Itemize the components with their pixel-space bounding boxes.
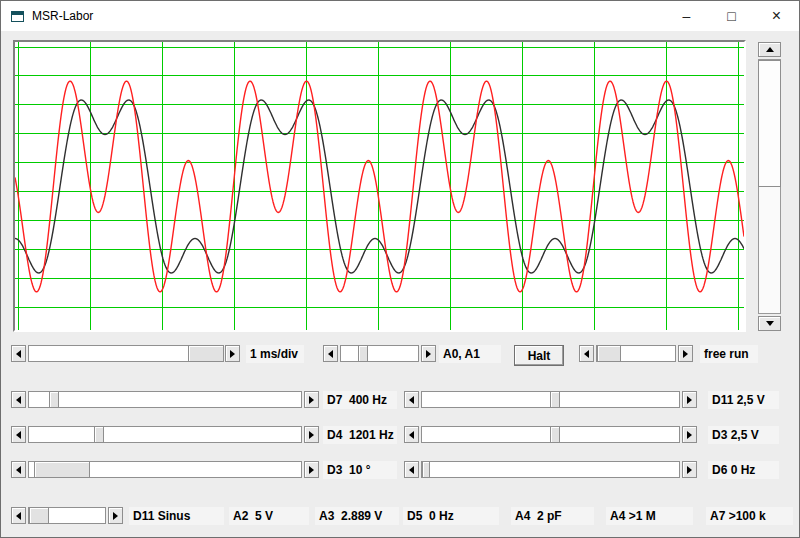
scroll-left-button[interactable] (11, 345, 26, 362)
scrollbar-thumb[interactable] (550, 426, 560, 443)
up-arrow-icon (766, 47, 774, 52)
scrollbar-thumb[interactable] (29, 507, 49, 524)
d6-frequency-scrollbar[interactable] (404, 461, 697, 478)
a4-capacitance-label: A4 2 pF (511, 507, 594, 525)
trigger-mode-label: free run (700, 345, 758, 363)
scroll-left-button[interactable] (579, 345, 594, 362)
window-title: MSR-Labor (32, 9, 93, 23)
oscilloscope-display (13, 40, 746, 332)
scrollbar-track[interactable] (28, 426, 302, 443)
left-arrow-icon (16, 466, 21, 474)
a4-resistance-label: A4 >1 M (606, 507, 693, 525)
scroll-right-button[interactable] (108, 507, 123, 524)
scroll-right-button[interactable] (682, 461, 697, 478)
scroll-left-button[interactable] (11, 426, 26, 443)
scrollbar-thumb[interactable] (358, 345, 368, 362)
scrollbar-track[interactable] (28, 345, 223, 362)
scroll-left-button[interactable] (404, 391, 419, 408)
scroll-right-button[interactable] (304, 391, 319, 408)
d3-voltage-label: D3 2,5 V (708, 426, 779, 444)
d3-phase-label: D3 10 ° (323, 461, 397, 479)
titlebar: MSR-Labor – □ × (1, 1, 799, 31)
scroll-left-button[interactable] (404, 426, 419, 443)
scroll-right-button[interactable] (682, 426, 697, 443)
scroll-right-button[interactable] (304, 461, 319, 478)
d7-frequency-scrollbar[interactable] (11, 391, 319, 408)
scope-svg (15, 42, 744, 330)
scrollbar-thumb[interactable] (422, 461, 430, 478)
scrollbar-thumb[interactable] (94, 426, 104, 443)
close-button[interactable]: × (754, 1, 799, 31)
right-arrow-icon (426, 350, 431, 358)
maximize-button[interactable]: □ (709, 1, 754, 31)
scroll-left-button[interactable] (11, 461, 26, 478)
d4-frequency-label: D4 1201 Hz (323, 426, 397, 444)
a2-voltage-label: A2 5 V (229, 507, 309, 525)
scrollbar-thumb[interactable] (550, 391, 560, 408)
app-icon (11, 11, 24, 22)
left-arrow-icon (16, 396, 21, 404)
d3-phase-scrollbar[interactable] (11, 461, 319, 478)
left-arrow-icon (409, 431, 414, 439)
halt-button[interactable]: Halt (514, 345, 564, 366)
right-arrow-icon (687, 396, 692, 404)
scroll-right-button[interactable] (304, 426, 319, 443)
scrollbar-thumb[interactable] (188, 345, 224, 362)
right-arrow-icon (309, 466, 314, 474)
channel-scrollbar[interactable] (323, 345, 436, 362)
trigger-scrollbar[interactable] (579, 345, 693, 362)
scrollbar-track[interactable] (340, 345, 419, 362)
scrollbar-track[interactable] (28, 461, 302, 478)
vscrollbar-thumb[interactable] (758, 60, 781, 187)
scroll-right-button[interactable] (678, 345, 693, 362)
d11-voltage-label: D11 2,5 V (708, 391, 779, 409)
right-arrow-icon (683, 350, 688, 358)
app-window: MSR-Labor – □ × 1 ms/div A0, A1 Halt fre… (0, 0, 800, 538)
a3-voltage-label: A3 2.889 V (315, 507, 399, 525)
right-arrow-icon (309, 431, 314, 439)
left-arrow-icon (16, 431, 21, 439)
left-arrow-icon (584, 350, 589, 358)
scroll-down-button[interactable] (758, 316, 781, 331)
right-arrow-icon (230, 350, 235, 358)
d11-waveform-label: D11 Sinus (129, 507, 224, 525)
scroll-left-button[interactable] (11, 507, 26, 524)
scroll-right-button[interactable] (682, 391, 697, 408)
d7-frequency-label: D7 400 Hz (323, 391, 397, 409)
timebase-label: 1 ms/div (246, 345, 304, 363)
scroll-up-button[interactable] (758, 42, 781, 57)
scrollbar-track[interactable] (421, 461, 680, 478)
scrollbar-track[interactable] (28, 507, 106, 524)
scroll-left-button[interactable] (323, 345, 338, 362)
scroll-right-button[interactable] (421, 345, 436, 362)
scrollbar-track[interactable] (28, 391, 302, 408)
scroll-right-button[interactable] (225, 345, 240, 362)
d5-frequency-label: D5 0 Hz (403, 507, 499, 525)
d11-voltage-scrollbar[interactable] (404, 391, 697, 408)
scrollbar-thumb[interactable] (49, 391, 59, 408)
scrollbar-track[interactable] (421, 391, 680, 408)
d6-frequency-label: D6 0 Hz (708, 461, 779, 479)
d11-waveform-scrollbar[interactable] (11, 507, 123, 524)
scrollbar-track[interactable] (421, 426, 680, 443)
right-arrow-icon (687, 466, 692, 474)
scrollbar-thumb[interactable] (34, 461, 90, 478)
vertical-scrollbar[interactable] (758, 42, 781, 331)
scrollbar-thumb[interactable] (597, 345, 621, 362)
down-arrow-icon (766, 321, 774, 326)
vscrollbar-track[interactable] (758, 59, 781, 314)
channel-label: A0, A1 (439, 345, 501, 363)
d3-voltage-scrollbar[interactable] (404, 426, 697, 443)
left-arrow-icon (409, 466, 414, 474)
scroll-left-button[interactable] (404, 461, 419, 478)
scroll-left-button[interactable] (11, 391, 26, 408)
scrollbar-track[interactable] (596, 345, 676, 362)
left-arrow-icon (16, 350, 21, 358)
minimize-button[interactable]: – (664, 1, 709, 31)
right-arrow-icon (113, 512, 118, 520)
a7-resistance-label: A7 >100 k (706, 507, 793, 525)
left-arrow-icon (16, 512, 21, 520)
timebase-scrollbar[interactable] (11, 345, 240, 362)
d4-frequency-scrollbar[interactable] (11, 426, 319, 443)
left-arrow-icon (409, 396, 414, 404)
